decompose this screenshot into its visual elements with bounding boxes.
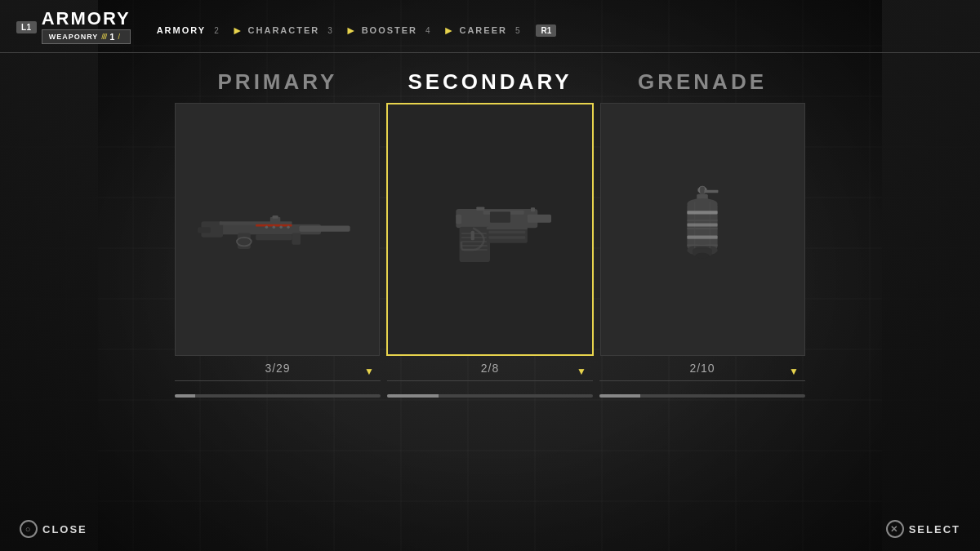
- svg-rect-1: [299, 226, 350, 232]
- header-title-group: ARMORY WEAPONRY //// 1 /: [42, 10, 131, 44]
- svg-rect-19: [490, 211, 510, 222]
- select-button[interactable]: ✕ SELECT: [886, 520, 960, 538]
- svg-point-14: [279, 226, 283, 229]
- primary-count-text: 3/29: [265, 362, 290, 375]
- section-headers: PRIMARY SECONDARY GRENADE: [172, 53, 808, 103]
- svg-rect-17: [528, 215, 551, 223]
- section-grenade-header[interactable]: GRENADE: [596, 69, 808, 95]
- secondary-counter-arrow: ▼: [577, 366, 586, 377]
- svg-rect-31: [488, 231, 525, 233]
- svg-point-13: [272, 226, 275, 229]
- primary-card[interactable]: [175, 103, 380, 356]
- svg-rect-51: [688, 236, 718, 239]
- close-button[interactable]: ○ CLOSE: [20, 520, 87, 538]
- nav-tabs: ARMORY 2 ► CHARACTER 3 ► BOOSTER 4 ► CAR…: [152, 24, 557, 37]
- r1-badge[interactable]: R1: [536, 24, 556, 37]
- secondary-progress-fill: [387, 394, 439, 398]
- primary-weapon-image: [196, 129, 359, 330]
- weaponry-num: 1: [109, 32, 114, 42]
- primary-progress-bar: [175, 394, 381, 398]
- secondary-progress-bar: [387, 394, 593, 398]
- secondary-card[interactable]: [386, 103, 593, 356]
- svg-rect-28: [531, 207, 535, 211]
- svg-rect-27: [456, 215, 461, 224]
- svg-rect-3: [198, 227, 211, 233]
- close-label: CLOSE: [42, 523, 87, 535]
- section-primary-header[interactable]: PRIMARY: [172, 69, 384, 95]
- svg-rect-11: [256, 234, 292, 240]
- grenade-count-text: 2/10: [689, 362, 715, 375]
- progress-area: [172, 394, 808, 398]
- svg-rect-49: [688, 211, 718, 214]
- page-title: ARMORY: [42, 10, 131, 28]
- l1-badge[interactable]: L1: [16, 21, 37, 33]
- select-label: SELECT: [909, 523, 960, 535]
- svg-rect-32: [488, 236, 525, 238]
- svg-rect-30: [487, 228, 528, 242]
- close-circle-icon: ○: [20, 520, 38, 538]
- svg-rect-9: [272, 216, 278, 219]
- grenade-label: GRENADE: [638, 69, 767, 94]
- svg-rect-50: [688, 223, 718, 226]
- grenade-weapon-image: [621, 129, 784, 330]
- tab-armory[interactable]: ARMORY 2: [152, 25, 232, 35]
- tab-character[interactable]: CHARACTER 3: [243, 25, 345, 35]
- svg-point-12: [265, 226, 269, 229]
- grenade-progress-bar: [599, 394, 805, 398]
- grenade-card[interactable]: [600, 103, 805, 356]
- svg-rect-20: [459, 227, 490, 262]
- primary-counter-arrow: ▼: [364, 366, 374, 377]
- weaponry-hatch-right: /: [118, 33, 119, 41]
- svg-point-54: [696, 253, 710, 259]
- primary-label: PRIMARY: [218, 69, 338, 94]
- weaponry-hatch: ////: [101, 33, 106, 41]
- primary-progress-fill: [175, 394, 195, 398]
- footer: ○ CLOSE ✕ SELECT: [0, 520, 980, 538]
- nav-arrow-1: ►: [232, 24, 243, 37]
- svg-rect-36: [701, 187, 705, 195]
- primary-counter: 3/29 ▼: [175, 356, 381, 381]
- grenade-counter-arrow: ▼: [789, 366, 799, 377]
- weaponry-badge: WEAPONRY //// 1 /: [42, 29, 131, 44]
- grenade-progress-fill: [599, 394, 640, 398]
- secondary-count-text: 2/8: [481, 362, 499, 375]
- nav-arrow-2: ►: [345, 24, 357, 37]
- svg-rect-29: [476, 207, 484, 210]
- select-circle-icon: ✕: [886, 520, 904, 538]
- nav-arrow-3: ►: [443, 24, 455, 37]
- weaponry-label: WEAPONRY: [49, 33, 99, 41]
- secondary-counter: 2/8 ▼: [387, 356, 593, 381]
- secondary-label: SECONDARY: [408, 69, 572, 94]
- cards-counters: 3/29 ▼ 2/8 ▼ 2/10 ▼: [172, 356, 808, 381]
- svg-point-15: [287, 226, 290, 229]
- svg-rect-10: [292, 233, 301, 244]
- svg-rect-21: [471, 231, 474, 241]
- grenade-counter: 2/10 ▼: [599, 356, 805, 381]
- cards-area: [172, 103, 808, 356]
- svg-rect-33: [487, 227, 528, 229]
- section-secondary-header[interactable]: SECONDARY: [384, 69, 596, 95]
- secondary-weapon-image: [408, 130, 571, 330]
- tab-booster[interactable]: BOOSTER 4: [357, 25, 443, 35]
- tab-career[interactable]: CAREER 5: [454, 25, 532, 35]
- svg-rect-37: [705, 190, 719, 193]
